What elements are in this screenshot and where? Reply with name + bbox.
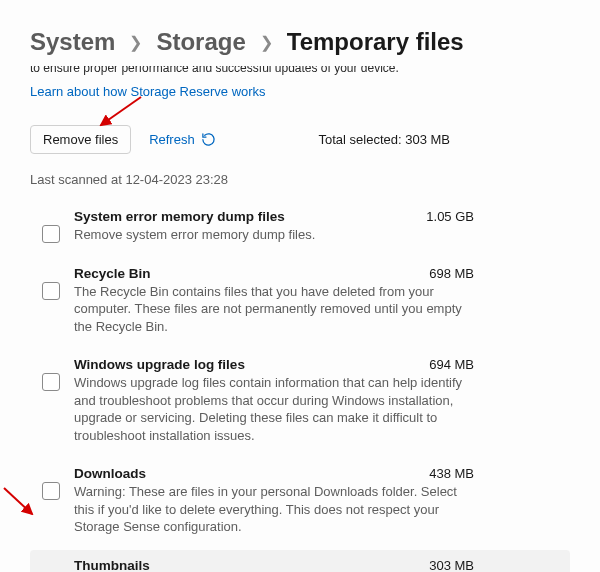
- item-description: Warning: These are files in your persona…: [74, 483, 474, 536]
- item-recycle-bin: Recycle Bin698 MBThe Recycle Bin contain…: [30, 258, 570, 350]
- item-title: Thumbnails: [74, 558, 150, 572]
- item-size: 698 MB: [429, 266, 564, 281]
- refresh-label: Refresh: [149, 132, 195, 147]
- breadcrumb-system[interactable]: System: [30, 28, 115, 56]
- item-system-error-dump: System error memory dump files1.05 GBRem…: [30, 201, 570, 258]
- item-title: Downloads: [74, 466, 146, 481]
- chevron-right-icon: ❯: [260, 33, 273, 52]
- refresh-icon: [201, 132, 216, 147]
- items-list: System error memory dump files1.05 GBRem…: [30, 201, 570, 572]
- remove-files-button[interactable]: Remove files: [30, 125, 131, 154]
- item-size: 438 MB: [429, 466, 564, 481]
- item-size: 303 MB: [429, 558, 564, 572]
- item-description: The Recycle Bin contains files that you …: [74, 283, 474, 336]
- checkbox-recycle-bin[interactable]: [42, 282, 60, 300]
- total-selected-label: Total selected: 303 MB: [318, 132, 570, 147]
- action-row: Remove files Refresh Total selected: 303…: [30, 125, 570, 154]
- breadcrumb-current: Temporary files: [287, 28, 464, 56]
- breadcrumb: System ❯ Storage ❯ Temporary files: [30, 28, 570, 56]
- refresh-button[interactable]: Refresh: [149, 132, 216, 147]
- item-title: Windows upgrade log files: [74, 357, 245, 372]
- item-size: 694 MB: [429, 357, 564, 372]
- chevron-right-icon: ❯: [129, 33, 142, 52]
- item-windows-upgrade-logs: Windows upgrade log files694 MBWindows u…: [30, 349, 570, 458]
- item-title: Recycle Bin: [74, 266, 151, 281]
- breadcrumb-storage[interactable]: Storage: [156, 28, 245, 56]
- checkbox-system-error-dump[interactable]: [42, 225, 60, 243]
- learn-storage-reserve-link[interactable]: Learn about how Storage Reserve works: [30, 84, 266, 99]
- item-downloads: Downloads438 MBWarning: These are files …: [30, 458, 570, 550]
- item-description: Remove system error memory dump files.: [74, 226, 474, 244]
- truncated-description: to ensure proper performance and success…: [30, 66, 570, 78]
- last-scanned-label: Last scanned at 12-04-2023 23:28: [30, 172, 570, 187]
- checkbox-downloads[interactable]: [42, 482, 60, 500]
- item-size: 1.05 GB: [426, 209, 564, 224]
- item-title: System error memory dump files: [74, 209, 285, 224]
- item-description: Windows upgrade log files contain inform…: [74, 374, 474, 444]
- checkbox-windows-upgrade-logs[interactable]: [42, 373, 60, 391]
- item-thumbnails: Thumbnails303 MBWindows keeps a copy of …: [30, 550, 570, 572]
